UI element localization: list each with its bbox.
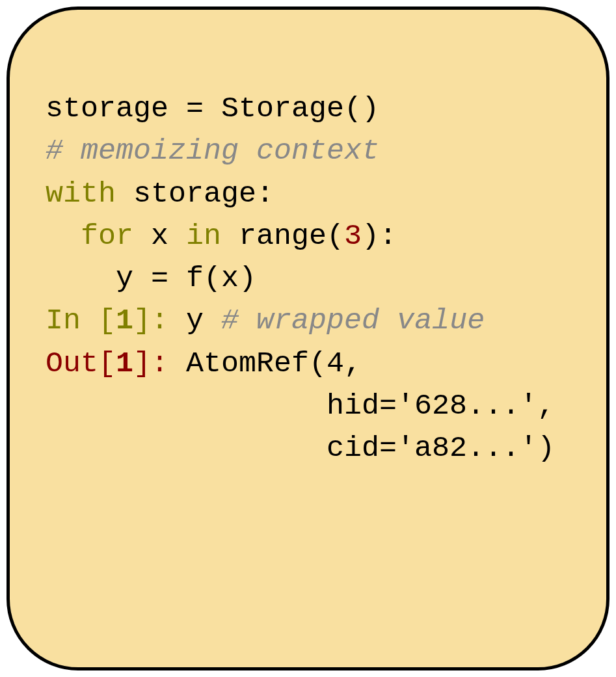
- in-prompt-number: 1: [116, 304, 133, 338]
- keyword-with: with: [46, 178, 116, 211]
- repl-out-line-3: cid='a82...'): [46, 427, 574, 470]
- code-line-with: with storage:: [46, 173, 574, 215]
- in-prompt-label: In [: [46, 304, 116, 338]
- comment-text: # memoizing context: [46, 135, 379, 168]
- code-snippet-box: storage = Storage() # memoizing context …: [7, 7, 609, 670]
- code-text: storage:: [116, 178, 274, 211]
- repl-in-line: In [1]: y # wrapped value: [46, 300, 574, 342]
- repl-out-line-1: Out[1]: AtomRef(4,: [46, 343, 574, 385]
- keyword-in: in: [186, 220, 221, 253]
- code-line-1: storage = Storage(): [46, 88, 574, 130]
- in-comment: # wrapped value: [221, 304, 485, 338]
- code-line-for: for x in range(3):: [46, 215, 574, 258]
- out-prompt-number: 1: [116, 347, 133, 380]
- out-prompt-close: ]:: [133, 347, 168, 380]
- in-code: y: [168, 304, 221, 338]
- number-literal: 3: [344, 220, 362, 253]
- code-line-body: y = f(x): [46, 258, 574, 300]
- code-text: range(: [221, 220, 344, 253]
- out-text: AtomRef(4,: [168, 347, 362, 380]
- in-prompt-close: ]:: [133, 304, 168, 338]
- out-prompt-label: Out[: [46, 347, 116, 380]
- keyword-for: for: [81, 220, 133, 253]
- indent: [46, 220, 81, 253]
- code-text: ):: [362, 220, 397, 253]
- code-text: x: [133, 220, 186, 253]
- repl-out-line-2: hid='628...',: [46, 385, 574, 427]
- comment-line-1: # memoizing context: [46, 130, 574, 172]
